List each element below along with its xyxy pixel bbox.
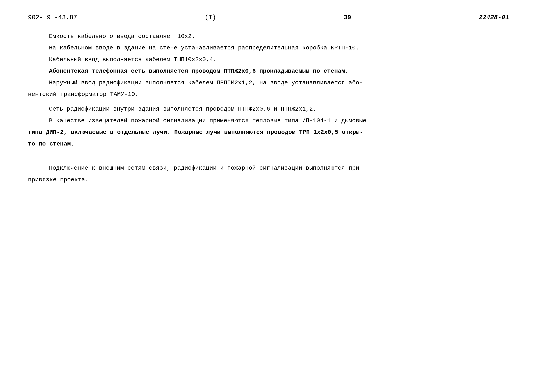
paragraph-5-line1: Наружный ввод радиофикации выполняется к… <box>28 78 509 88</box>
paragraph-7-line3: то по стенам. <box>28 139 509 149</box>
page-number: 39 <box>344 14 351 21</box>
paragraph-8-line2: привязке проекта. <box>28 175 509 184</box>
paragraph-7-line2: типа ДИП-2, включаемые в отдельные лучи.… <box>28 127 509 137</box>
paragraph-7-line1: В качестве извещателей пожарной сигнализ… <box>28 116 509 126</box>
paragraph-1: Емкость кабельного ввода составляет 10х2… <box>28 32 509 41</box>
paragraph-3: Кабельный ввод выполняется кабелем ТШП10… <box>28 55 509 64</box>
paragraph-7-block: В качестве извещателей пожарной сигнализ… <box>28 116 509 149</box>
paragraph-5-line2: нентский трансформатор ТАМУ-10. <box>28 90 509 99</box>
paragraph-5-block: Наружный ввод радиофикации выполняется к… <box>28 78 509 99</box>
main-content: Емкость кабельного ввода составляет 10х2… <box>28 32 509 184</box>
page-header: 902- 9 -43.87 (I) 39 22428-01 <box>28 14 509 21</box>
revision: (I) <box>205 14 216 21</box>
document-code: 22428-01 <box>479 14 509 21</box>
paragraph-8-block: Подключение к внешним сетям связи, радио… <box>28 163 509 184</box>
page: 902- 9 -43.87 (I) 39 22428-01 Емкость ка… <box>28 14 509 184</box>
doc-number: 902- 9 -43.87 <box>28 14 77 21</box>
paragraph-2: На кабельном вводе в здание на стене уст… <box>28 43 509 53</box>
paragraph-4: Абонентская телефонная сеть выполняется … <box>28 66 509 76</box>
paragraph-6: Сеть радиофикации внутри здания выполняе… <box>28 104 509 114</box>
paragraph-8-line1: Подключение к внешним сетям связи, радио… <box>28 163 509 173</box>
